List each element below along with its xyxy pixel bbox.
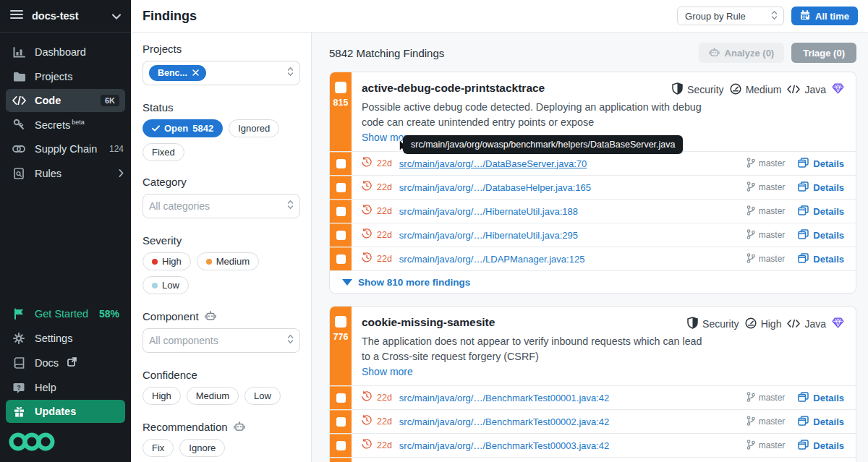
sidebar-item-label: Settings — [35, 333, 124, 344]
row-checkbox[interactable] — [336, 254, 346, 264]
high-severity-dot — [152, 259, 158, 265]
status-ignored-pill[interactable]: Ignored — [229, 119, 279, 137]
finding-path-link[interactable]: src/main/java/org/…/BenchmarkTest00003.j… — [399, 440, 746, 451]
details-link[interactable]: Details — [798, 229, 844, 241]
branch-label: master — [746, 416, 786, 428]
show-more-findings-button[interactable]: Show 810 more findings — [330, 270, 856, 293]
details-link[interactable]: Details — [798, 158, 844, 170]
sidebar-item-secrets[interactable]: Secretsbeta — [0, 112, 131, 137]
project-chip-label: Benc... — [158, 68, 187, 78]
sidebar-item-projects[interactable]: Projects — [0, 64, 131, 89]
finding-row: 22d src/main/java/org/…/BenchmarkTest000… — [330, 385, 856, 409]
finding-row: 22d src/main/java/org/…/BenchmarkTest000… — [330, 433, 856, 457]
chip-close-icon[interactable] — [192, 68, 199, 78]
robot-icon — [234, 421, 245, 433]
history-clock-icon — [362, 228, 372, 241]
finding-path-link[interactable]: src/main/java/org/…/LDAPManager.java:125 — [399, 254, 746, 265]
hamburger-icon[interactable] — [10, 9, 23, 22]
sidebar-item-code[interactable]: Code 6K — [6, 89, 125, 112]
row-checkbox[interactable] — [336, 183, 346, 192]
group-by-select[interactable]: Group by Rule — [677, 7, 784, 25]
show-more-link[interactable]: Show more — [362, 366, 413, 377]
status-open-pill[interactable]: Open 5842 — [142, 119, 223, 137]
sidebar-item-rules[interactable]: Rules — [0, 161, 131, 186]
project-chip[interactable]: Benc... — [149, 65, 206, 81]
details-link[interactable]: Details — [798, 253, 844, 265]
confidence-high-pill[interactable]: High — [142, 387, 181, 405]
projects-select[interactable]: Benc... — [142, 61, 300, 85]
row-checkbox[interactable] — [336, 417, 346, 427]
sidebar-item-supply-chain[interactable]: Supply Chain 124 — [0, 137, 131, 161]
finding-path-link[interactable]: src/main/java/org/…/BenchmarkTest00001.j… — [399, 393, 746, 403]
severity-medium-pill[interactable]: Medium — [197, 252, 259, 270]
finding-row — [330, 457, 856, 462]
history-clock-icon — [362, 181, 372, 194]
robot-icon — [709, 48, 720, 59]
org-chevron-down-icon[interactable] — [112, 9, 121, 22]
card-checkbox[interactable] — [335, 82, 346, 93]
window-icon — [798, 253, 809, 265]
sidebar-item-dashboard[interactable]: Dashboard — [0, 40, 131, 64]
window-icon — [798, 392, 809, 404]
projects-filter-label: Projects — [142, 43, 299, 55]
sidebar-item-label: Updates — [35, 406, 119, 417]
severity-low-pill[interactable]: Low — [142, 276, 189, 294]
finding-age: 22d — [377, 182, 392, 192]
row-checkbox[interactable] — [336, 393, 346, 403]
confidence-medium-pill[interactable]: Medium — [187, 387, 239, 405]
analyze-button[interactable]: Analyze (0) — [699, 43, 785, 63]
category-select[interactable]: All categories — [142, 194, 300, 218]
language-tag: Java — [787, 318, 826, 330]
rule-description: Possible active debug code detected. Dep… — [362, 100, 707, 130]
branch-label: master — [746, 440, 786, 452]
details-link[interactable]: Details — [798, 440, 844, 452]
component-select[interactable]: All components — [142, 328, 300, 353]
finding-age: 22d — [377, 254, 392, 264]
sidebar-item-label: Docs — [35, 357, 59, 369]
sidebar-item-label: Secretsbeta — [35, 119, 124, 131]
row-checkbox[interactable] — [336, 441, 346, 450]
finding-age: 22d — [377, 230, 392, 240]
details-link[interactable]: Details — [798, 205, 844, 218]
details-link[interactable]: Details — [798, 181, 844, 194]
details-link[interactable]: Details — [798, 392, 844, 404]
finding-path-link[interactable]: src/main/java/org/…/BenchmarkTest00002.j… — [399, 416, 746, 427]
card-checkbox[interactable] — [335, 316, 346, 328]
calendar-icon — [800, 10, 810, 22]
history-clock-icon — [362, 415, 372, 428]
status-fixed-pill[interactable]: Fixed — [142, 143, 184, 161]
severity-high-pill[interactable]: High — [142, 252, 191, 270]
findings-main: 5842 Matching Findings Analyze (0) Triag… — [312, 33, 868, 462]
finding-row: 22d src/main/java/org/…/DataBaseServer.j… — [330, 151, 856, 175]
sidebar-item-get-started[interactable]: Get Started 58% — [0, 301, 131, 326]
finding-path-link[interactable]: src/main/java/org/…/DataBaseServer.java:… — [399, 158, 746, 169]
all-time-button[interactable]: All time — [791, 7, 858, 25]
sidebar-footer: Get Started 58% Settings Docs ? Help Upd… — [0, 301, 131, 462]
sidebar-item-settings[interactable]: Settings — [0, 326, 131, 351]
row-checkbox[interactable] — [336, 231, 346, 240]
sidebar-item-docs[interactable]: Docs — [0, 351, 131, 375]
confidence-low-pill[interactable]: Low — [244, 387, 281, 405]
branch-label: master — [746, 392, 786, 404]
recommendation-ignore-pill[interactable]: Ignore — [179, 439, 225, 457]
window-icon — [798, 416, 809, 428]
row-checkbox[interactable] — [336, 207, 346, 216]
row-checkbox[interactable] — [336, 159, 346, 168]
select-chevrons-icon — [771, 10, 778, 22]
sidebar-item-updates[interactable]: Updates — [6, 400, 125, 423]
window-icon — [798, 181, 809, 194]
chevron-right-icon — [119, 168, 124, 179]
finding-path-link[interactable]: src/main/java/org/…/HibernateUtil.java:2… — [399, 230, 746, 241]
filter-panel: Projects Benc... Status Open 5842 Ignore… — [131, 33, 312, 462]
finding-row: 22d src/main/java/org/…/BenchmarkTest000… — [330, 409, 856, 433]
finding-path-link[interactable]: src/main/java/org/…/HibernateUtil.java:1… — [399, 206, 746, 217]
git-branch-icon — [746, 229, 755, 241]
details-link[interactable]: Details — [798, 416, 844, 428]
sidebar-item-label: Help — [35, 382, 124, 393]
triage-button[interactable]: Triage (0) — [791, 43, 856, 63]
gear-icon — [12, 333, 26, 344]
rules-doc-icon — [12, 168, 26, 179]
recommendation-fix-pill[interactable]: Fix — [142, 439, 174, 457]
finding-path-link[interactable]: src/main/java/org/…/DatabaseHelper.java:… — [399, 182, 746, 193]
sidebar-item-help[interactable]: ? Help — [0, 375, 131, 400]
